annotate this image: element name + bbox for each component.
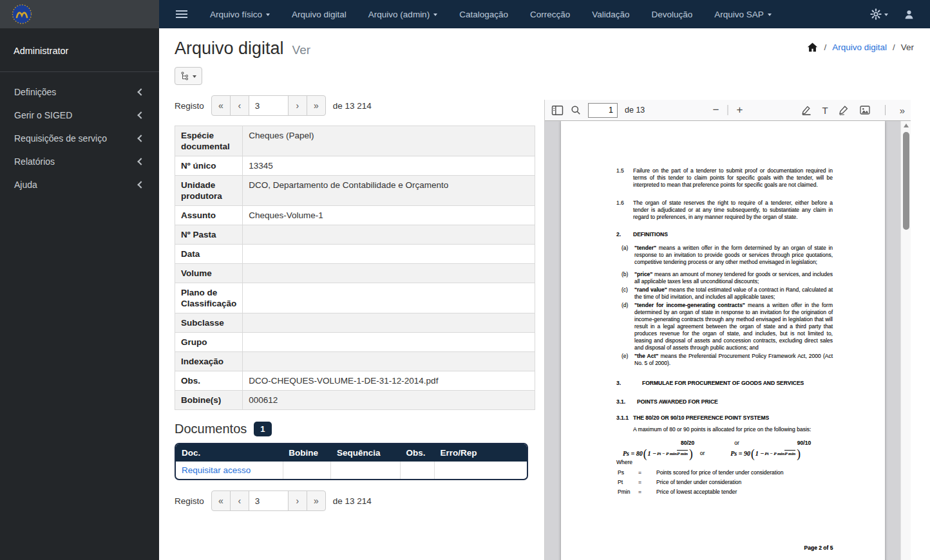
nav-catalogacao[interactable]: Catalogação bbox=[448, 0, 519, 28]
column-header-obs: Obs. bbox=[400, 444, 434, 462]
pdf-page-text: 1.5Failure on the part of a tenderer to … bbox=[616, 167, 833, 497]
sidebar-item-requisicoes[interactable]: Requisições de serviço bbox=[0, 127, 159, 150]
next-record-button[interactable]: › bbox=[288, 490, 307, 511]
first-record-button[interactable]: « bbox=[211, 490, 231, 511]
bank-logo bbox=[10, 3, 33, 26]
table-row: Subclasse bbox=[175, 313, 535, 333]
scrollbar-thumb[interactable] bbox=[903, 132, 909, 230]
sidebar-item-definicoes[interactable]: Definições bbox=[0, 80, 159, 104]
column-header-bobine: Bobine bbox=[283, 444, 331, 462]
gear-icon bbox=[870, 8, 882, 20]
nav-devolucao[interactable]: Devolução bbox=[641, 0, 704, 28]
pagination-label: Registo bbox=[175, 101, 204, 111]
caret-down-icon bbox=[884, 14, 888, 16]
sidebar-item-label: Gerir o SIGED bbox=[14, 110, 72, 120]
record-number-input[interactable] bbox=[249, 490, 289, 511]
next-record-button[interactable]: › bbox=[288, 95, 307, 116]
pagination-total: de 13 214 bbox=[333, 496, 372, 506]
sidebar-item-label: Definições bbox=[14, 87, 56, 97]
sidebar-item-ajuda[interactable]: Ajuda bbox=[0, 173, 159, 196]
tree-view-button[interactable] bbox=[175, 67, 202, 85]
more-tools-icon[interactable]: » bbox=[900, 105, 904, 116]
chevron-left-icon bbox=[137, 181, 144, 188]
logo-strip bbox=[0, 0, 159, 28]
table-row: Grupo bbox=[175, 333, 535, 352]
documents-table: Doc. Bobine Sequência Obs. Erro/Rep Requ… bbox=[175, 443, 528, 480]
top-navbar: Arquivo físico Arquivo digital Arquivo (… bbox=[159, 0, 930, 28]
nav-arquivo-digital[interactable]: Arquivo digital bbox=[281, 0, 357, 28]
sidebar-item-label: Ajuda bbox=[14, 180, 37, 190]
table-row: Bobine(s)000612 bbox=[175, 391, 535, 410]
pdf-page: 1.5Failure on the part of a tenderer to … bbox=[561, 121, 885, 560]
zoom-in-button[interactable]: + bbox=[733, 104, 747, 117]
breadcrumb-separator: / bbox=[893, 42, 895, 52]
nav-arquivo-admin[interactable]: Arquivo (admin) bbox=[357, 0, 448, 28]
pdf-page-count: de 13 bbox=[625, 106, 645, 115]
page-title: Arquivo digital bbox=[175, 39, 284, 59]
caret-down-icon bbox=[433, 14, 437, 16]
breadcrumb: / Arquivo digital / Ver bbox=[807, 42, 914, 52]
pagination-total: de 13 214 bbox=[333, 101, 372, 111]
nav-arquivo-fisico[interactable]: Arquivo físico bbox=[199, 0, 281, 28]
zoom-out-button[interactable]: − bbox=[709, 104, 723, 117]
toolbar-divider bbox=[728, 105, 728, 115]
previous-record-button[interactable]: ‹ bbox=[230, 95, 249, 116]
breadcrumb-link-arquivo-digital[interactable]: Arquivo digital bbox=[832, 42, 887, 52]
column-header-erro-rep: Erro/Rep bbox=[434, 444, 527, 462]
scroll-up-arrow-icon[interactable] bbox=[904, 124, 909, 127]
pagination-label: Registo bbox=[175, 496, 204, 506]
main-content: / Arquivo digital / Ver Arquivo digital … bbox=[159, 28, 930, 560]
sidebar-item-label: Requisições de serviço bbox=[14, 133, 107, 144]
table-row: AssuntoCheques-Volume-1 bbox=[175, 206, 535, 225]
breadcrumb-separator: / bbox=[824, 42, 826, 52]
chevron-left-icon bbox=[137, 158, 144, 165]
request-access-link[interactable]: Requisitar acesso bbox=[182, 465, 251, 475]
caret-down-icon bbox=[193, 75, 196, 78]
table-row: Obs.DCO-CHEQUES-VOLUME-1-DE-31-12-2014.p… bbox=[175, 371, 535, 391]
nav-validacao[interactable]: Validação bbox=[581, 0, 640, 28]
previous-record-button[interactable]: ‹ bbox=[230, 490, 249, 511]
sidebar-nav: Definições Gerir o SIGED Requisições de … bbox=[0, 72, 159, 196]
document-row: Requisitar acesso bbox=[176, 462, 527, 479]
documents-section-title: Documentos bbox=[175, 422, 247, 436]
person-icon bbox=[904, 9, 915, 20]
nav-correccao[interactable]: Correcção bbox=[519, 0, 581, 28]
hamburger-menu-icon[interactable] bbox=[173, 6, 190, 23]
sidebar: Administrator Definições Gerir o SIGED R… bbox=[0, 0, 159, 560]
settings-menu[interactable] bbox=[870, 8, 888, 20]
highlighter-icon[interactable] bbox=[801, 104, 812, 116]
sitemap-tree-icon bbox=[180, 71, 189, 80]
draw-pen-icon[interactable] bbox=[838, 104, 849, 116]
chevron-left-icon bbox=[137, 135, 144, 142]
pdf-toolbar: de 13 − + T bbox=[545, 100, 911, 121]
sidebar-item-label: Relatórios bbox=[14, 156, 55, 167]
record-number-input[interactable] bbox=[249, 95, 289, 116]
table-row: Nº único13345 bbox=[175, 156, 535, 176]
column-header-sequencia: Sequência bbox=[331, 444, 401, 462]
table-row: Plano de Classificação bbox=[175, 283, 535, 313]
toolbar-divider bbox=[885, 105, 886, 115]
pdf-viewer: de 13 − + T bbox=[544, 100, 911, 560]
last-record-button[interactable]: » bbox=[307, 95, 326, 116]
first-record-button[interactable]: « bbox=[211, 95, 231, 116]
record-detail-table: Espécie documentalCheques (Papel) Nº úni… bbox=[175, 126, 535, 410]
sidebar-item-gerir-siged[interactable]: Gerir o SIGED bbox=[0, 104, 159, 127]
home-icon[interactable] bbox=[807, 42, 818, 52]
chevron-left-icon bbox=[137, 88, 144, 95]
image-tool-icon[interactable] bbox=[859, 104, 871, 116]
search-icon[interactable] bbox=[571, 105, 581, 115]
last-record-button[interactable]: » bbox=[307, 490, 326, 511]
formula-ratio-labels: 80/20 or 90/10 bbox=[616, 440, 833, 447]
text-tool-icon[interactable]: T bbox=[822, 105, 828, 116]
toggle-sidebar-icon[interactable] bbox=[551, 105, 564, 116]
documents-count-badge: 1 bbox=[254, 422, 271, 436]
table-row: Data bbox=[175, 245, 535, 264]
pdf-page-input[interactable] bbox=[588, 103, 618, 118]
nav-arquivo-sap[interactable]: Arquivo SAP bbox=[703, 0, 783, 28]
table-row: Unidade produtoraDCO, Departamento de Co… bbox=[175, 176, 535, 206]
caret-down-icon bbox=[768, 14, 772, 16]
user-menu[interactable] bbox=[904, 9, 915, 20]
sidebar-item-relatorios[interactable]: Relatórios bbox=[0, 150, 159, 173]
pdf-scrollbar bbox=[900, 121, 911, 560]
pdf-view-area: 1.5Failure on the part of a tenderer to … bbox=[545, 121, 911, 560]
